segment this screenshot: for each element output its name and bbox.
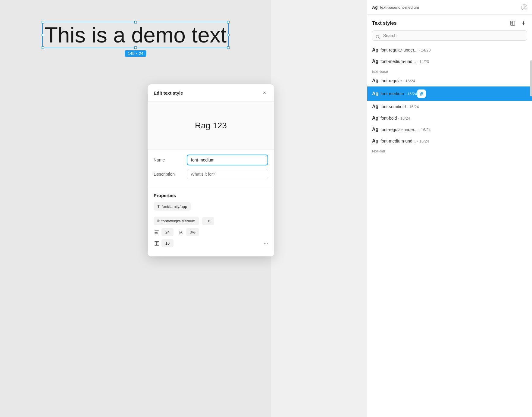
list-item[interactable]: Ag font-medium-und... · 16/24 xyxy=(367,135,532,147)
panel-title: Text styles xyxy=(372,20,397,26)
dialog-title: Edit text style xyxy=(154,90,183,96)
font-family-icon: T xyxy=(157,204,160,209)
font-weight-value: font/weight/Medium xyxy=(161,219,196,223)
ag-preview: Ag xyxy=(372,59,380,64)
section-label-text-md: text-md xyxy=(367,147,532,155)
name-input[interactable] xyxy=(187,155,268,165)
style-name-meta: font-semibold · 16/24 xyxy=(380,104,419,109)
svg-rect-2 xyxy=(155,234,158,234)
style-name-meta: font-bold · 16/24 xyxy=(380,116,410,121)
list-item[interactable]: Ag font-regular-under... · 16/24 xyxy=(367,124,532,135)
style-name-meta: font-medium-und... · 14/20 xyxy=(380,59,429,64)
handle-bl[interactable] xyxy=(42,46,44,49)
svg-rect-1 xyxy=(155,232,158,233)
style-name-meta: font-regular-under... · 16/24 xyxy=(380,127,431,132)
header-ag-label: Ag xyxy=(372,5,378,10)
line-height-icon xyxy=(154,229,160,235)
search-container xyxy=(367,30,532,44)
paragraph-spacing-row: 16 ··· xyxy=(154,239,268,247)
preview-text: Rag 123 xyxy=(195,121,227,130)
font-family-value: font/family/app xyxy=(162,204,187,209)
paragraph-spacing-item: 16 xyxy=(154,239,174,247)
properties-section: Properties T font/family/app # font/weig… xyxy=(148,188,274,256)
breadcrumb-text: text-base/font-medium xyxy=(380,5,419,10)
dialog-preview: Rag 123 xyxy=(148,102,274,150)
name-row: Name xyxy=(154,155,268,165)
font-family-tag: T font/family/app xyxy=(154,202,191,211)
properties-title: Properties xyxy=(154,193,268,198)
dialog-header: Edit text style × xyxy=(148,84,274,102)
letter-spacing-item: |A| 0% xyxy=(178,228,199,236)
svg-point-11 xyxy=(420,92,421,93)
line-height-row: 24 |A| 0% xyxy=(154,228,268,236)
panel-scrollbar[interactable] xyxy=(530,0,532,417)
ag-preview: Ag xyxy=(372,47,380,53)
list-item[interactable]: Ag font-bold · 16/24 xyxy=(367,112,532,124)
ag-preview: Ag xyxy=(372,115,380,121)
handle-tr[interactable] xyxy=(227,21,230,24)
panel-header: Ag text-base/font-medium ⓘ xyxy=(367,0,532,15)
dialog-form: Name Description xyxy=(148,150,274,188)
style-name-meta: font-medium-und... · 16/24 xyxy=(380,139,429,143)
list-item[interactable]: Ag font-regular-under... · 14/20 xyxy=(367,44,532,56)
sliders-icon[interactable] xyxy=(417,89,426,98)
style-name-meta: font-regular · 16/24 xyxy=(380,78,415,83)
style-name-meta: font-regular-under... · 14/20 xyxy=(380,48,431,52)
letter-spacing-icon: |A| xyxy=(178,229,184,235)
handle-br[interactable] xyxy=(227,46,230,49)
edit-text-style-dialog: Edit text style × Rag 123 Name Descripti… xyxy=(148,84,274,256)
ag-preview: Ag xyxy=(372,138,380,144)
description-input[interactable] xyxy=(187,169,268,179)
add-style-button[interactable]: + xyxy=(520,20,527,27)
svg-point-12 xyxy=(421,93,423,94)
panel-header-left: Ag text-base/font-medium xyxy=(372,5,419,10)
handle-tl[interactable] xyxy=(42,21,44,24)
right-panel: Ag text-base/font-medium ⓘ Text styles + xyxy=(367,0,532,417)
book-icon[interactable] xyxy=(509,20,516,27)
font-size-value[interactable]: 16 xyxy=(202,217,214,225)
search-input[interactable] xyxy=(372,30,527,41)
ag-preview: Ag xyxy=(372,91,380,96)
panel-scrollbar-thumb[interactable] xyxy=(530,60,532,96)
svg-line-7 xyxy=(379,38,380,39)
ag-preview: Ag xyxy=(372,127,380,132)
ag-preview: Ag xyxy=(372,78,380,83)
line-height-item: 24 xyxy=(154,228,174,236)
list-item[interactable]: Ag font-semibold · 16/24 xyxy=(367,101,532,112)
style-name-meta: font-medium · 16/24 xyxy=(380,91,417,96)
section-label-text-base: text-base xyxy=(367,67,532,75)
svg-rect-3 xyxy=(155,241,159,242)
letter-spacing-value[interactable]: 0% xyxy=(186,228,199,236)
demo-text: This is a demo text xyxy=(45,24,227,46)
font-weight-tag: # font/weight/Medium xyxy=(154,217,199,225)
info-icon[interactable]: ⓘ xyxy=(521,4,527,10)
svg-point-13 xyxy=(420,94,421,96)
handle-lm[interactable] xyxy=(42,34,44,36)
description-label: Description xyxy=(154,172,187,177)
paragraph-spacing-value[interactable]: 16 xyxy=(161,239,174,247)
search-icon xyxy=(376,35,380,40)
line-height-value[interactable]: 24 xyxy=(161,228,174,236)
list-item[interactable]: Ag font-medium-und... · 14/20 xyxy=(367,56,532,67)
list-item[interactable]: Ag font-regular · 16/24 xyxy=(367,75,532,86)
more-options-button[interactable]: ··· xyxy=(264,240,268,246)
style-list: Ag font-regular-under... · 14/20 Ag font… xyxy=(367,44,532,417)
name-label: Name xyxy=(154,158,187,162)
svg-rect-0 xyxy=(155,230,159,231)
dimension-badge: 145 × 24 xyxy=(125,50,146,57)
handle-rm[interactable] xyxy=(227,34,230,36)
panel-title-row: Text styles + xyxy=(367,15,532,30)
ag-preview: Ag xyxy=(372,104,380,109)
description-row: Description xyxy=(154,169,268,179)
paragraph-spacing-icon xyxy=(154,240,160,246)
list-item-selected[interactable]: Ag font-medium · 16/24 xyxy=(367,86,532,101)
canvas-text-container: This is a demo text 145 × 24 xyxy=(45,24,227,46)
svg-rect-4 xyxy=(155,245,159,246)
close-button[interactable]: × xyxy=(261,89,268,96)
hash-icon: # xyxy=(157,218,160,223)
panel-title-icons: + xyxy=(509,20,527,27)
font-weight-row: # font/weight/Medium 16 xyxy=(154,217,268,225)
